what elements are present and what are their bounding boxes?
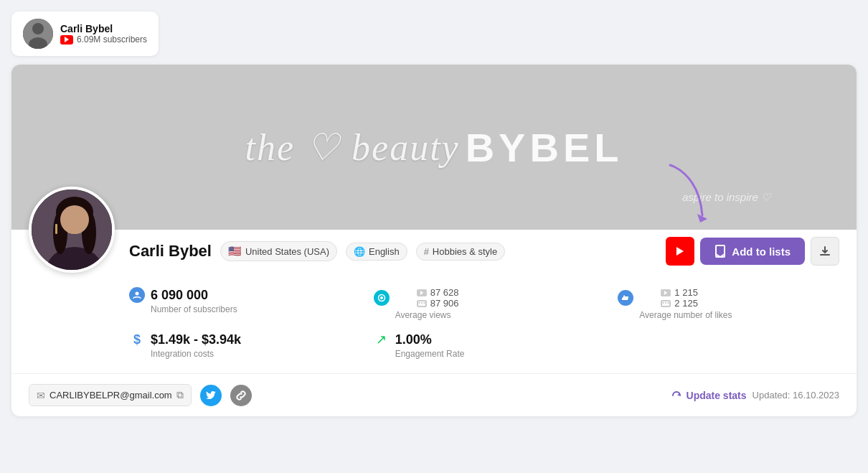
integration-label: Integration costs	[151, 349, 351, 359]
email-address: CARLIBYBELPR@gmail.com	[49, 390, 172, 401]
mini-card-info: Carli Bybel 6.09M subscribers	[60, 23, 147, 45]
subscribers-label: Number of subscribers	[151, 304, 351, 314]
reel-icon-likes	[661, 299, 671, 308]
language-badge: 🌐 English	[346, 243, 407, 261]
stat-subscribers: 6 090 000 Number of subscribers	[129, 287, 351, 320]
country-label: United States (USA)	[245, 246, 329, 257]
banner-text-script: the ♡ beauty	[245, 126, 460, 169]
stat-engagement: ↗ 1.00% Engagement Rate	[374, 332, 595, 359]
svg-point-10	[60, 205, 89, 234]
svg-point-22	[663, 302, 664, 304]
integration-value: $1.49k - $3.94k	[151, 332, 241, 347]
engagement-value: 1.00%	[395, 332, 432, 347]
youtube-button[interactable]	[666, 237, 694, 266]
stat-integration-costs: $ $1.49k - $3.94k Integration costs	[129, 332, 351, 359]
stat-views: 87 628 87 906 Average views	[374, 287, 595, 320]
stat-views-header: 87 628 87 906	[374, 287, 595, 309]
dollar-icon: $	[129, 332, 145, 347]
svg-rect-20	[622, 298, 623, 300]
svg-point-24	[668, 302, 669, 304]
profile-header-row: Carli Bybel 🇺🇸 United States (USA) 🌐 Eng…	[129, 237, 839, 266]
email-icon: ✉	[37, 390, 45, 401]
profile-avatar	[29, 187, 115, 273]
mini-card: Carli Bybel 6.09M subscribers	[11, 11, 159, 56]
mini-card-name: Carli Bybel	[60, 23, 147, 34]
main-profile-card: the ♡ beauty BYBEL aspire to inspire ♡	[11, 65, 857, 416]
reel-icon	[417, 299, 427, 308]
engagement-label: Engagement Rate	[395, 349, 595, 359]
svg-point-14	[380, 296, 383, 299]
views-yt-row: 87 628	[417, 287, 459, 298]
updated-label: Updated: 16.10.2023	[753, 390, 839, 401]
update-stats-label: Update stats	[687, 390, 747, 401]
profile-section: Carli Bybel 🇺🇸 United States (USA) 🌐 Eng…	[11, 187, 857, 273]
likes-icon	[618, 290, 633, 306]
banner-text-bybel: BYBEL	[466, 124, 623, 171]
stat-subscribers-header: 6 090 000	[129, 287, 351, 303]
refresh-icon	[671, 390, 682, 401]
svg-point-23	[665, 302, 666, 304]
stat-likes: 1 215 2 125 Average number of likes	[618, 287, 839, 320]
update-stats-button[interactable]: Update stats	[671, 390, 747, 401]
trend-icon: ↗	[374, 332, 390, 347]
footer-right: Update stats Updated: 16.10.2023	[671, 390, 839, 401]
add-to-lists-label: Add to lists	[732, 245, 791, 258]
views-sub-row: 87 906	[417, 298, 459, 309]
subscribers-icon	[129, 287, 145, 303]
views-sub-value: 87 906	[430, 298, 459, 309]
yt-icon-views	[417, 289, 427, 296]
svg-rect-11	[55, 224, 57, 234]
svg-point-1	[32, 23, 44, 34]
link-icon[interactable]	[230, 385, 252, 406]
views-label: Average views	[395, 310, 595, 320]
category-label: Hobbies & style	[433, 246, 497, 257]
download-icon	[819, 245, 831, 257]
action-buttons: Add to lists	[666, 237, 839, 266]
svg-point-17	[418, 302, 420, 304]
bookmark-icon	[714, 245, 726, 258]
footer-section: ✉ CARLIBYBELPR@gmail.com ⧉ Update stats	[11, 373, 857, 416]
svg-point-18	[421, 302, 423, 304]
copy-icon[interactable]: ⧉	[176, 389, 184, 401]
hash-icon: #	[424, 246, 429, 257]
profile-main-info: Carli Bybel 🇺🇸 United States (USA) 🌐 Eng…	[129, 187, 839, 266]
svg-point-19	[423, 302, 425, 304]
yt-icon-likes	[661, 289, 671, 296]
email-badge: ✉ CARLIBYBELPR@gmail.com ⧉	[29, 384, 192, 406]
views-icon	[374, 290, 390, 306]
likes-sub-row: 2 125	[661, 298, 698, 309]
svg-point-13	[136, 292, 139, 296]
download-button[interactable]	[811, 237, 839, 266]
likes-yt-value: 1 215	[674, 287, 698, 298]
mini-avatar	[23, 19, 53, 49]
views-yt-value: 87 628	[430, 287, 459, 298]
likes-yt-row: 1 215	[661, 287, 698, 298]
likes-label: Average number of likes	[639, 310, 839, 320]
twitter-icon[interactable]	[200, 385, 222, 406]
mini-card-subscribers: 6.09M subscribers	[60, 34, 147, 45]
language-label: English	[369, 246, 400, 257]
category-badge: # Hobbies & style	[416, 243, 506, 261]
profile-name: Carli Bybel	[129, 242, 212, 261]
likes-sub-value: 2 125	[674, 298, 698, 309]
youtube-icon-mini	[60, 35, 73, 45]
subscribers-value: 6 090 000	[151, 288, 208, 303]
stat-integration-header: $ $1.49k - $3.94k	[129, 332, 351, 347]
add-to-lists-button[interactable]: Add to lists	[700, 238, 805, 265]
stat-engagement-header: ↗ 1.00%	[374, 332, 595, 347]
stat-likes-header: 1 215 2 125	[618, 287, 839, 309]
stats-section: 6 090 000 Number of subscribers 87 628	[11, 273, 857, 373]
flag-icon: 🇺🇸	[228, 245, 242, 258]
country-badge: 🇺🇸 United States (USA)	[220, 241, 337, 261]
globe-icon: 🌐	[354, 246, 365, 257]
